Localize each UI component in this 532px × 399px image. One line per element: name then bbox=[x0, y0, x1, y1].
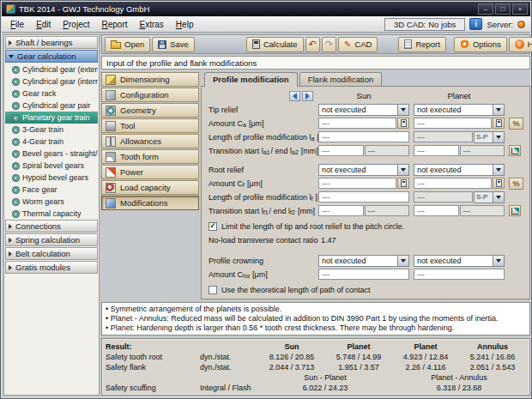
cad-button[interactable]: ✎ CAD bbox=[338, 37, 378, 52]
tree-section-gear-calculation[interactable]: Gear calculation bbox=[5, 50, 98, 63]
tip-relief-planet-select[interactable]: not executed bbox=[414, 104, 505, 116]
minimize-button[interactable]: – bbox=[478, 3, 493, 15]
tree-item-gear-rack[interactable]: Gear rack bbox=[5, 88, 98, 100]
tree-section-belt-calculation[interactable]: Belt calculation bbox=[5, 247, 98, 260]
amount-cf-planet-input[interactable]: --- bbox=[414, 178, 492, 189]
tab-flank-modification[interactable]: Flank modification bbox=[299, 72, 383, 86]
menu-edit[interactable]: Edit bbox=[30, 18, 57, 31]
tip-relief-label: Tip relief bbox=[209, 106, 318, 114]
menu-project[interactable]: Project bbox=[57, 18, 95, 31]
percent-button[interactable]: % bbox=[509, 178, 523, 190]
calculate-button[interactable]: Calculate bbox=[246, 37, 304, 52]
arrow-right-icon bbox=[305, 93, 310, 100]
tree-section-spring-calculation[interactable]: Spring calculation bbox=[5, 233, 98, 246]
root-relief-sun-select[interactable]: not executed bbox=[318, 164, 409, 176]
transition-a-diagram-button[interactable] bbox=[509, 145, 521, 156]
amount-ca-planet-calc-button[interactable] bbox=[493, 118, 505, 129]
tree-item-3-gear-train[interactable]: 3-Gear train bbox=[5, 124, 98, 136]
close-button[interactable]: × bbox=[512, 3, 528, 15]
module-button-configuration[interactable]: Configuration bbox=[101, 88, 199, 102]
tip-relief-sun-select[interactable]: not executed bbox=[318, 104, 409, 116]
menu-help[interactable]: Help bbox=[170, 18, 200, 31]
power-icon bbox=[106, 167, 116, 178]
chevron-down-icon bbox=[493, 165, 504, 175]
tree-item-thermal-capacity[interactable]: Thermal capacity bbox=[5, 208, 98, 220]
length-la-sun-input[interactable]: --- bbox=[318, 131, 409, 142]
module-button-tooth-form[interactable]: Tooth form bbox=[101, 149, 199, 164]
length-lf-mesh-select[interactable]: S-P bbox=[474, 191, 505, 203]
root-relief-planet-select[interactable]: not executed bbox=[414, 164, 505, 176]
tree-item-4-gear-train[interactable]: 4-Gear train bbox=[5, 136, 98, 148]
limit-relief-checkbox[interactable] bbox=[209, 222, 217, 231]
previous-gear-button[interactable] bbox=[289, 91, 300, 101]
profile-crowning-row: Profile crowning not executed not execut… bbox=[206, 254, 525, 267]
tree-section-connections[interactable]: Connections bbox=[5, 220, 98, 233]
module-button-power[interactable]: Power bbox=[101, 165, 199, 179]
tree-item-cylindrical-gear-pair[interactable]: Cylindrical gear pair bbox=[5, 100, 98, 112]
amount-cf-sun-input[interactable]: --- bbox=[318, 178, 396, 189]
transition-a-planet-start-input[interactable]: --- bbox=[414, 145, 459, 156]
redo-button[interactable]: ↷ bbox=[322, 37, 336, 52]
theoretical-length-row: Use the theoretical length of path of co… bbox=[206, 283, 525, 296]
info-icon[interactable]: i bbox=[469, 18, 482, 30]
percent-button[interactable]: % bbox=[509, 118, 523, 130]
tree-item-worm-gears[interactable]: Worm gears bbox=[5, 196, 98, 208]
amount-cha-sun-input[interactable]: --- bbox=[318, 269, 409, 280]
gear-icon bbox=[12, 90, 20, 98]
titlebar: TBK 2014 - GWJ Technology GmbH – □ × bbox=[2, 2, 530, 16]
transition-a-planet-end-input[interactable]: --- bbox=[460, 145, 505, 156]
menu-report[interactable]: Report bbox=[95, 18, 133, 31]
transition-a-sun-end-input[interactable]: --- bbox=[365, 145, 410, 156]
module-button-allowances[interactable]: Allowances bbox=[101, 134, 199, 148]
length-la-planet-input[interactable]: --- bbox=[414, 131, 473, 142]
amount-cha-row: Amount Chα[μm] --- --- bbox=[206, 268, 525, 281]
contact-ratio-label: No-load transverse contact ratio εα bbox=[209, 236, 318, 245]
undo-icon: ↶ bbox=[309, 39, 317, 49]
chevron-down-icon bbox=[397, 165, 408, 175]
tree-item-face-gear[interactable]: Face gear bbox=[5, 184, 98, 196]
length-lf-sun-input[interactable]: --- bbox=[318, 191, 409, 203]
menu-file[interactable]: File bbox=[4, 18, 30, 31]
tree-section-gratis-modules[interactable]: Gratis modules bbox=[5, 261, 98, 274]
amount-cha-planet-input[interactable]: --- bbox=[414, 269, 505, 280]
help-button[interactable]: Help bbox=[509, 37, 532, 52]
report-button[interactable]: Report bbox=[398, 37, 446, 52]
tree-item-bevel-gears[interactable]: Bevel gears - straight/helical bbox=[5, 148, 98, 160]
theoretical-length-checkbox[interactable] bbox=[209, 286, 217, 294]
amount-ca-sun-calc-button[interactable] bbox=[397, 118, 409, 129]
transition-f-planet-start-input[interactable]: --- bbox=[414, 205, 459, 216]
maximize-button[interactable]: □ bbox=[495, 3, 511, 15]
tree-item-hypoid-bevel-gears[interactable]: Hypoid bevel gears bbox=[5, 172, 98, 184]
undo-button[interactable]: ↶ bbox=[305, 37, 320, 52]
module-button-load-capacity[interactable]: Load capacity bbox=[101, 180, 199, 195]
profile-crowning-sun-select[interactable]: not executed bbox=[318, 255, 409, 267]
tree-section-shaft-bearings[interactable]: Shaft / bearings bbox=[5, 36, 98, 49]
menu-extras[interactable]: Extras bbox=[134, 18, 170, 31]
module-button-dimensioning[interactable]: Dimensioning bbox=[101, 72, 199, 87]
amount-cf-sun-calc-button[interactable] bbox=[397, 178, 409, 189]
module-button-tool[interactable]: Tool bbox=[101, 118, 199, 133]
amount-ca-planet-input[interactable]: --- bbox=[414, 118, 492, 129]
next-gear-button[interactable] bbox=[302, 91, 313, 101]
profile-crowning-planet-select[interactable]: not executed bbox=[414, 255, 505, 267]
gear-icon bbox=[12, 114, 20, 122]
transition-f-planet-end-input[interactable]: --- bbox=[460, 205, 505, 216]
save-button[interactable]: Save bbox=[152, 37, 195, 52]
tree-item-cylindrical-gear-external[interactable]: Cylindrical gear (external) bbox=[5, 63, 98, 76]
transition-f-sun-start-input[interactable]: --- bbox=[318, 205, 364, 216]
open-button[interactable]: Open bbox=[105, 37, 150, 52]
tree-item-cylindrical-gear-internal[interactable]: Cylindrical gear (internal) bbox=[5, 76, 98, 88]
transition-f-diagram-button[interactable] bbox=[509, 205, 521, 216]
amount-cf-planet-calc-button[interactable] bbox=[493, 178, 505, 189]
tree-item-planetary-gear-train[interactable]: Planetary gear train bbox=[5, 112, 98, 124]
module-button-geometry[interactable]: Geometry bbox=[101, 103, 199, 118]
tree-item-spiral-bevel-gears[interactable]: Spiral bevel gears bbox=[5, 160, 98, 172]
amount-ca-sun-input[interactable]: --- bbox=[318, 118, 396, 129]
module-button-modifications[interactable]: Modifications bbox=[101, 196, 199, 210]
length-lf-planet-input[interactable]: --- bbox=[414, 191, 473, 203]
options-button[interactable]: Options bbox=[454, 37, 507, 52]
transition-a-sun-start-input[interactable]: --- bbox=[318, 145, 364, 156]
tab-profile-modification[interactable]: Profile modification bbox=[204, 72, 298, 87]
length-la-mesh-select[interactable]: S-P bbox=[474, 131, 505, 143]
transition-f-sun-end-input[interactable]: --- bbox=[365, 205, 410, 216]
